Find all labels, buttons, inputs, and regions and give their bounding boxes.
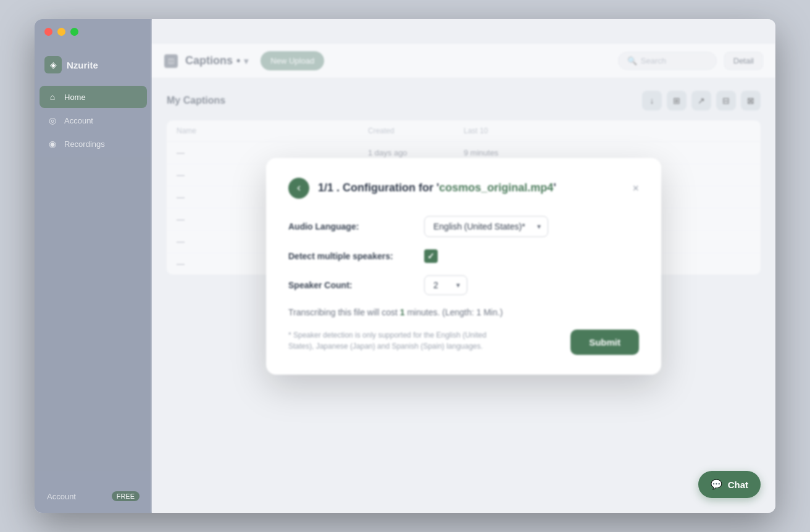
detect-speakers-label: Detect multiple speakers: bbox=[288, 251, 424, 261]
detect-speakers-checkbox[interactable] bbox=[424, 249, 438, 263]
fullscreen-button[interactable] bbox=[70, 28, 78, 36]
cost-text: Transcribing this file will cost 1 minut… bbox=[288, 307, 639, 317]
sidebar-item-account[interactable]: ◎ Account bbox=[40, 109, 147, 131]
speaker-count-row: Speaker Count: 2 3 4 5 ▾ bbox=[288, 275, 639, 295]
sidebar-bottom-account[interactable]: Account FREE bbox=[40, 486, 147, 507]
title-bar bbox=[35, 19, 775, 44]
sidebar-item-home[interactable]: ⌂ Home bbox=[40, 86, 147, 108]
close-button[interactable]: × bbox=[632, 183, 639, 194]
speaker-count-select[interactable]: 2 3 4 5 bbox=[424, 275, 467, 295]
modal-title: 1/1 . Configuration for 'cosmos_original… bbox=[318, 181, 556, 194]
back-button[interactable] bbox=[288, 178, 309, 199]
detect-speakers-row: Detect multiple speakers: bbox=[288, 249, 639, 263]
speaker-count-label: Speaker Count: bbox=[288, 280, 424, 290]
sidebar-item-label-home: Home bbox=[64, 93, 86, 102]
sidebar-account-label: Account bbox=[47, 492, 76, 501]
audio-language-row: Audio Language: English (United States)*… bbox=[288, 216, 639, 237]
modal-step: 1/1 bbox=[318, 181, 333, 194]
modal-container: 1/1 . Configuration for 'cosmos_original… bbox=[152, 19, 775, 513]
account-badge: FREE bbox=[112, 491, 140, 501]
recordings-icon: ◉ bbox=[47, 138, 58, 149]
sidebar: ◈ Nzurite ⌂ Home ◎ Account ◉ Recordings … bbox=[35, 19, 152, 513]
sidebar-item-label-account: Account bbox=[64, 116, 93, 125]
footnote: * Speaker detection is only supported fo… bbox=[288, 330, 498, 352]
sidebar-section-bottom: Account FREE bbox=[35, 480, 152, 513]
audio-language-control: English (United States)* Japanese (Japan… bbox=[424, 216, 639, 237]
audio-language-label: Audio Language: bbox=[288, 222, 424, 231]
logo-text: Nzurite bbox=[67, 60, 98, 70]
cost-text-suffix: minutes. (Length: 1 Min.) bbox=[405, 307, 503, 317]
submit-button[interactable]: Submit bbox=[570, 330, 639, 355]
account-icon: ◎ bbox=[47, 115, 58, 126]
detect-speakers-control bbox=[424, 249, 639, 263]
chat-button[interactable]: 💬 Chat bbox=[698, 471, 761, 498]
audio-language-select[interactable]: English (United States)* Japanese (Japan… bbox=[424, 216, 548, 237]
close-button[interactable] bbox=[44, 28, 52, 36]
minimize-button[interactable] bbox=[57, 28, 65, 36]
back-arrow-icon bbox=[294, 183, 304, 193]
modal-header: 1/1 . Configuration for 'cosmos_original… bbox=[288, 178, 639, 199]
modal-footer: * Speaker detection is only supported fo… bbox=[288, 330, 639, 355]
sidebar-nav: ⌂ Home ◎ Account ◉ Recordings bbox=[35, 86, 152, 155]
modal-filename: cosmos_original.mp4 bbox=[439, 181, 553, 194]
home-icon: ⌂ bbox=[47, 91, 58, 102]
modal-title-prefix: . Configuration for bbox=[336, 181, 433, 194]
chat-label: Chat bbox=[728, 480, 748, 490]
sidebar-item-recordings[interactable]: ◉ Recordings bbox=[40, 133, 147, 155]
sidebar-item-label-recordings: Recordings bbox=[64, 139, 105, 149]
cost-value: 1 bbox=[400, 307, 405, 317]
cost-text-prefix: Transcribing this file will cost bbox=[288, 307, 400, 317]
logo-icon: ◈ bbox=[44, 56, 62, 73]
sidebar-logo: ◈ Nzurite bbox=[35, 50, 152, 86]
audio-language-select-wrapper: English (United States)* Japanese (Japan… bbox=[424, 216, 548, 237]
main-content: ◫ Captions • ▾ New Upload 🔍 Search Detai… bbox=[152, 19, 775, 513]
configuration-modal: 1/1 . Configuration for 'cosmos_original… bbox=[266, 158, 661, 375]
chat-icon: 💬 bbox=[711, 478, 723, 491]
speaker-count-control: 2 3 4 5 ▾ bbox=[424, 275, 639, 295]
speaker-count-select-wrapper: 2 3 4 5 ▾ bbox=[424, 275, 467, 295]
